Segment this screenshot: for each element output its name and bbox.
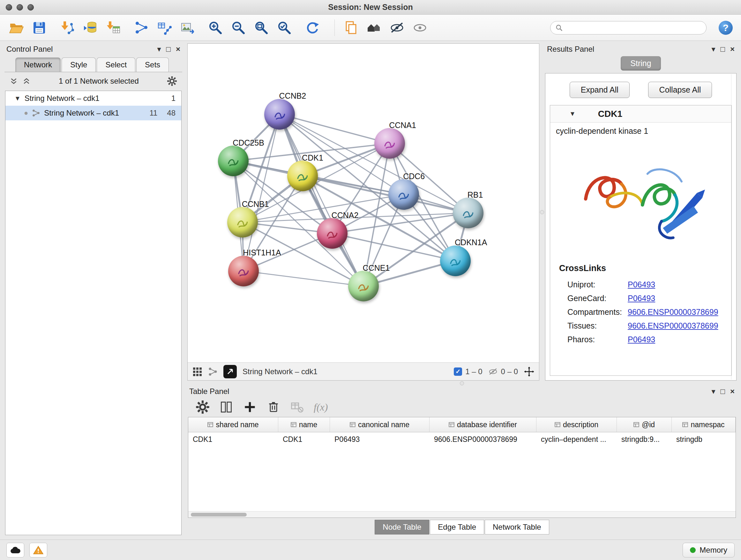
right-area: CCNB2CCNA1CDC25BCDK1CDC6RB1CCNB1CCNA2CDK… [187, 44, 737, 537]
home-networks-icon[interactable] [366, 20, 382, 36]
add-row-plus-icon[interactable] [243, 400, 257, 414]
grid-view-icon[interactable] [192, 367, 202, 377]
refresh-icon[interactable] [305, 20, 320, 36]
crosslink-link[interactable]: P06493 [628, 294, 655, 303]
column-header-database-identifier[interactable]: database identifier [429, 417, 536, 432]
network-node-cdc6[interactable]: CDC6 [388, 179, 419, 210]
import-table-icon[interactable] [105, 20, 121, 36]
tab-string[interactable]: String [621, 56, 661, 71]
column-header-description[interactable]: description [536, 417, 617, 432]
new-network-icon[interactable] [133, 20, 149, 36]
column-header-shared-name[interactable]: shared name [188, 417, 278, 432]
network-node-cdk1[interactable]: CDK1 [287, 161, 318, 191]
network-node-ccnb1[interactable]: CCNB1 [227, 207, 258, 238]
results-scrollbar[interactable] [731, 74, 736, 380]
warnings-button[interactable] [29, 543, 47, 557]
network-view-toolbar: String Network – cdk1 ✓ 1 – 0 0 – 0 [188, 362, 539, 380]
network-collection-row[interactable]: ▼ String Network – cdk1 1 [5, 91, 181, 106]
expand-all-chevron-icon[interactable] [22, 77, 30, 85]
crosslinks-section: CrossLinks Uniprot:P06493GeneCard:P06493… [550, 258, 731, 350]
tab-network-table[interactable]: Network Table [485, 520, 549, 535]
cloud-button[interactable] [6, 543, 24, 557]
crosslink-link[interactable]: 9606.ENSP00000378699 [628, 307, 718, 317]
column-header-namespac[interactable]: namespac [672, 417, 736, 432]
vertical-splitter[interactable] [539, 44, 544, 381]
control-panel-close-icon[interactable]: × [176, 45, 180, 53]
export-image-icon[interactable] [179, 20, 195, 36]
zoom-selected-icon[interactable] [276, 20, 292, 36]
crosslink-link[interactable]: 9606.ENSP00000378699 [628, 321, 718, 330]
node-table: shared namenamecanonical namedatabase id… [188, 417, 736, 518]
delete-table-icon-disabled [290, 400, 304, 414]
control-panel-collapse-icon[interactable]: ▾ [157, 45, 161, 53]
collapse-all-chevron-icon[interactable] [10, 77, 18, 85]
tab-select[interactable]: Select [97, 57, 135, 72]
network-selection-row: 1 of 1 Network selected [4, 72, 182, 90]
table-horizontal-scrollbar[interactable] [188, 511, 736, 517]
show-columns-icon[interactable] [219, 400, 233, 414]
column-header-name[interactable]: name [278, 417, 330, 432]
delete-trash-icon[interactable] [266, 400, 280, 414]
crosslink-link[interactable]: P06493 [628, 280, 655, 289]
results-panel-float-icon[interactable]: □ [720, 45, 725, 53]
results-panel-close-icon[interactable]: × [730, 45, 735, 53]
collapse-all-button[interactable]: Collapse All [648, 82, 712, 98]
network-node-ccna1[interactable]: CCNA1 [374, 128, 405, 159]
function-builder-icon[interactable]: f(x) [314, 401, 328, 413]
tab-edge-table[interactable]: Edge Table [430, 520, 484, 535]
gene-collapse-icon[interactable]: ▼ [569, 110, 576, 118]
gear-icon[interactable] [167, 76, 177, 86]
network-node-ccna2[interactable]: CCNA2 [317, 218, 347, 249]
help-icon[interactable]: ? [719, 21, 733, 35]
column-header--id[interactable]: @id [617, 417, 672, 432]
hidden-count-group: 0 – 0 [488, 367, 518, 376]
network-node-rb1[interactable]: RB1 [453, 198, 483, 228]
table-panel-close-icon[interactable]: × [730, 388, 735, 395]
table-panel-float-icon[interactable]: □ [720, 388, 725, 395]
control-panel-float-icon[interactable]: □ [166, 45, 171, 53]
main-toolbar: ? [0, 15, 741, 41]
results-panel-collapse-icon[interactable]: ▾ [711, 45, 715, 53]
network-list-icon[interactable] [208, 367, 218, 376]
zoom-out-icon[interactable] [230, 20, 246, 36]
network-node-ccne1[interactable]: CCNE1 [348, 271, 379, 301]
expand-all-button[interactable]: Expand All [569, 82, 630, 98]
network-row-selected[interactable]: ● String Network – cdk1 11 48 [5, 106, 181, 120]
horizontal-splitter[interactable] [187, 381, 737, 386]
table-row[interactable]: CDK1CDK1P064939606.ENSP00000378699cyclin… [188, 432, 736, 446]
node-label: CCNB1 [242, 199, 269, 209]
table-settings-gear-icon[interactable] [196, 400, 210, 414]
import-network-database-icon[interactable] [82, 20, 98, 36]
search-input[interactable] [566, 23, 701, 32]
tab-sets[interactable]: Sets [136, 57, 169, 72]
column-header-canonical-name[interactable]: canonical name [330, 417, 429, 432]
network-node-cdc25b[interactable]: CDC25B [218, 145, 249, 176]
open-session-icon[interactable] [8, 20, 24, 36]
memory-button[interactable]: Memory [683, 543, 735, 557]
network-node-cdkn1a[interactable]: CDKN1A [440, 246, 471, 276]
hide-details-eye-icon[interactable] [389, 20, 405, 36]
selected-count: 1 – 0 [465, 367, 482, 376]
zoom-in-icon[interactable] [207, 20, 223, 36]
tab-style[interactable]: Style [62, 57, 96, 72]
import-network-file-icon[interactable] [59, 20, 75, 36]
scrollbar-thumb[interactable] [191, 513, 247, 516]
tab-node-table[interactable]: Node Table [375, 520, 429, 535]
table-panel-collapse-icon[interactable]: ▾ [711, 388, 715, 395]
tree-expand-icon[interactable]: ▼ [14, 95, 21, 102]
save-session-icon[interactable] [31, 20, 47, 36]
birdseye-view-button[interactable] [223, 365, 237, 378]
copy-document-icon[interactable] [343, 20, 359, 36]
network-canvas[interactable]: CCNB2CCNA1CDC25BCDK1CDC6RB1CCNB1CCNA2CDK… [188, 44, 539, 362]
network-from-table-icon[interactable] [156, 20, 172, 36]
network-node-hist1h1a[interactable]: HIST1H1A [228, 256, 259, 287]
crosslinks-heading: CrossLinks [559, 263, 728, 273]
node-label: CCNB2 [279, 91, 307, 101]
move-crosshair-icon[interactable] [524, 366, 535, 377]
show-details-eye-icon[interactable] [412, 20, 428, 36]
tab-network[interactable]: Network [15, 57, 61, 72]
crosslink-link[interactable]: P06493 [628, 335, 655, 344]
zoom-fit-icon[interactable] [253, 20, 269, 36]
network-node-ccnb2[interactable]: CCNB2 [264, 99, 295, 130]
selected-checkbox-icon[interactable]: ✓ [454, 368, 462, 376]
